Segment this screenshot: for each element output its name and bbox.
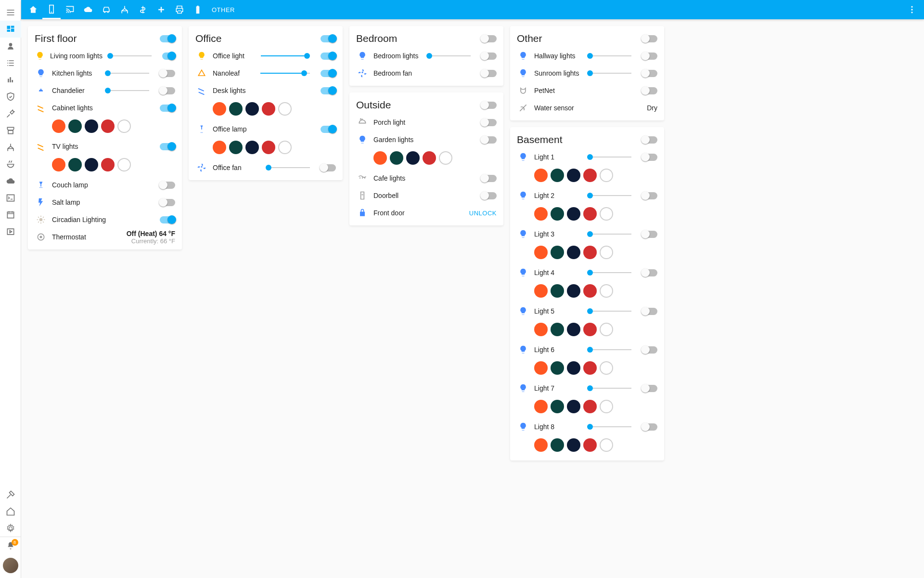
color-swatch[interactable] xyxy=(534,169,548,182)
color-swatch[interactable] xyxy=(600,284,613,298)
color-swatch[interactable] xyxy=(85,119,98,133)
color-swatch[interactable] xyxy=(245,141,259,154)
brightness-slider[interactable] xyxy=(260,70,310,76)
color-swatch[interactable] xyxy=(52,119,65,133)
entity-label[interactable]: Light 3 xyxy=(534,230,554,238)
color-swatch[interactable] xyxy=(117,158,131,171)
other-toggle[interactable] xyxy=(642,35,657,42)
entity-label[interactable]: Chandelier xyxy=(52,87,85,94)
brightness-slider[interactable] xyxy=(587,270,631,276)
rail-network-icon[interactable] xyxy=(0,139,21,156)
color-swatch[interactable] xyxy=(406,151,420,165)
color-swatch[interactable] xyxy=(551,323,564,336)
entity-toggle[interactable] xyxy=(481,70,497,77)
entity-toggle[interactable] xyxy=(481,192,497,199)
rail-hammer-icon[interactable] xyxy=(0,486,21,503)
brightness-slider[interactable] xyxy=(587,70,631,76)
color-swatch[interactable] xyxy=(213,141,226,154)
entity-toggle[interactable] xyxy=(481,175,497,182)
rail-person-icon[interactable] xyxy=(0,38,21,54)
entity-toggle[interactable] xyxy=(481,53,497,60)
brightness-slider[interactable] xyxy=(587,154,631,160)
rail-tools-icon[interactable] xyxy=(0,105,21,122)
tab-network-icon[interactable] xyxy=(116,0,134,19)
color-swatch[interactable] xyxy=(600,169,613,182)
tab-cast-icon[interactable] xyxy=(61,0,79,19)
brightness-slider[interactable] xyxy=(105,70,149,76)
entity-label[interactable]: Living room lights xyxy=(50,52,103,60)
rail-store-icon[interactable] xyxy=(0,122,21,139)
brightness-slider[interactable] xyxy=(587,53,631,59)
color-swatch[interactable] xyxy=(390,151,403,165)
color-swatch[interactable] xyxy=(551,246,564,259)
entity-toggle[interactable] xyxy=(481,136,497,144)
rail-video-icon[interactable] xyxy=(0,223,21,240)
color-swatch[interactable] xyxy=(534,361,548,375)
brightness-slider[interactable] xyxy=(107,53,152,59)
tab-add-icon[interactable] xyxy=(152,0,170,19)
color-swatch[interactable] xyxy=(213,102,226,116)
color-swatch[interactable] xyxy=(600,323,613,336)
tab-cloud-icon[interactable] xyxy=(79,0,97,19)
entity-label[interactable]: TV lights xyxy=(52,143,78,150)
color-swatch[interactable] xyxy=(567,284,580,298)
entity-label[interactable]: Couch lamp xyxy=(52,181,88,189)
entity-toggle[interactable] xyxy=(642,53,657,60)
entity-label[interactable]: Office lamp xyxy=(213,125,247,133)
brightness-slider[interactable] xyxy=(587,193,631,198)
color-swatch[interactable] xyxy=(600,207,613,221)
color-swatch[interactable] xyxy=(567,323,580,336)
rail-cloud-icon[interactable] xyxy=(0,172,21,189)
color-swatch[interactable] xyxy=(52,158,65,171)
entity-toggle[interactable] xyxy=(642,70,657,77)
entity-label[interactable]: Light 7 xyxy=(534,384,554,392)
brightness-slider[interactable] xyxy=(426,53,471,59)
color-swatch[interactable] xyxy=(583,323,597,336)
rail-chart-icon[interactable] xyxy=(0,71,21,88)
entity-toggle[interactable] xyxy=(160,87,175,94)
color-swatch[interactable] xyxy=(567,246,580,259)
entity-label[interactable]: Desk lights xyxy=(213,87,245,94)
color-swatch[interactable] xyxy=(583,169,597,182)
entity-toggle[interactable] xyxy=(481,119,497,126)
color-swatch[interactable] xyxy=(262,102,275,116)
color-swatch[interactable] xyxy=(101,119,115,133)
entity-toggle[interactable] xyxy=(160,143,175,150)
color-swatch[interactable] xyxy=(583,284,597,298)
user-avatar[interactable] xyxy=(3,558,18,573)
color-swatch[interactable] xyxy=(117,119,131,133)
color-swatch[interactable] xyxy=(600,400,613,413)
entity-label[interactable]: Light 6 xyxy=(534,346,554,354)
color-swatch[interactable] xyxy=(583,438,597,452)
color-swatch[interactable] xyxy=(567,438,580,452)
rail-house-icon[interactable] xyxy=(0,503,21,520)
entity-label[interactable]: Light 1 xyxy=(534,153,554,161)
entity-label[interactable]: Front door xyxy=(373,209,405,217)
color-swatch[interactable] xyxy=(278,102,292,116)
rail-settings-icon[interactable] xyxy=(0,520,21,537)
entity-label[interactable]: Light 2 xyxy=(534,192,554,199)
rail-bowl-icon[interactable] xyxy=(0,156,21,172)
color-swatch[interactable] xyxy=(583,400,597,413)
firstfloor-toggle[interactable] xyxy=(160,35,175,42)
brightness-slider[interactable] xyxy=(105,88,149,93)
entity-label[interactable]: Water sensor xyxy=(534,104,574,112)
color-swatch[interactable] xyxy=(85,158,98,171)
topbar-more-icon[interactable] xyxy=(903,0,921,19)
color-swatch[interactable] xyxy=(423,151,436,165)
entity-toggle[interactable] xyxy=(642,423,657,431)
entity-label[interactable]: PetNet xyxy=(534,87,555,94)
tab-money-icon[interactable] xyxy=(134,0,152,19)
color-swatch[interactable] xyxy=(245,102,259,116)
entity-label[interactable]: Kitchen lights xyxy=(52,69,92,77)
entity-label[interactable]: Salt lamp xyxy=(52,198,80,206)
color-swatch[interactable] xyxy=(551,284,564,298)
color-swatch[interactable] xyxy=(534,284,548,298)
rail-dashboard-icon[interactable] xyxy=(0,21,21,38)
entity-toggle[interactable] xyxy=(160,216,175,223)
color-swatch[interactable] xyxy=(101,158,115,171)
color-swatch[interactable] xyxy=(567,169,580,182)
entity-toggle[interactable] xyxy=(321,164,336,171)
color-swatch[interactable] xyxy=(534,438,548,452)
speed-slider[interactable] xyxy=(266,165,310,171)
